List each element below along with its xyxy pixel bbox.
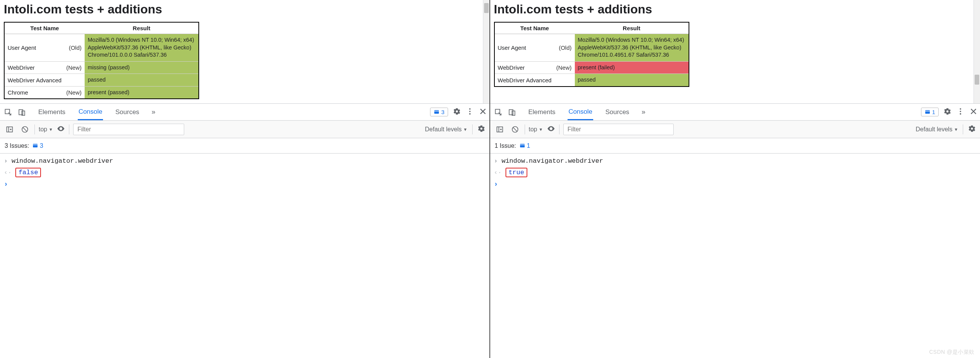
close-devtools-icon[interactable] [479,107,487,117]
tab-elements[interactable]: Elements [38,105,66,119]
svg-rect-10 [33,144,38,147]
input-prompt-icon: › [4,157,8,165]
chevron-down-icon: ▼ [539,127,543,132]
page-scrollbar[interactable] [973,0,980,103]
console-command: window.navigator.webdriver [11,157,113,165]
device-toolbar-icon[interactable] [506,106,518,118]
issues-link[interactable]: 1 [519,142,530,149]
table-row: Chrome(New) present (passed) [4,86,199,99]
console-output[interactable]: › window.navigator.webdriver ‹· false › [0,154,489,358]
clear-console-icon[interactable] [19,124,31,135]
input-prompt-icon: › [4,180,8,188]
page-scrollbar[interactable] [483,0,489,103]
console-filter-input[interactable] [563,124,674,135]
issues-label: 3 Issues: [5,142,29,149]
tab-sources[interactable]: Sources [115,105,140,119]
console-new-prompt[interactable]: › [0,179,489,190]
tab-console[interactable]: Console [78,104,103,120]
test-name: WebDriver [8,64,35,71]
test-result: present (failed) [575,61,689,74]
table-row: User Agent(Old) Mozilla/5.0 (Windows NT … [494,34,689,62]
issues-badge-button[interactable]: 3 [430,108,448,116]
close-devtools-icon[interactable] [969,107,978,117]
kebab-menu-icon[interactable] [956,107,965,117]
right-pane: Intoli.com tests + additions Test Name R… [490,0,980,358]
console-filter-input[interactable] [73,124,184,135]
scrollbar-thumb[interactable] [975,75,979,85]
page-title: Intoli.com tests + additions [494,2,977,16]
col-header-result: Result [575,22,689,34]
console-output-line: ‹· true [490,166,980,179]
page-title: Intoli.com tests + additions [4,2,486,16]
issues-bar[interactable]: 1 Issue: 1 [490,138,980,154]
log-levels-selector[interactable]: Default levels▼ [916,126,958,133]
input-prompt-icon: › [494,157,498,165]
divider [525,124,525,134]
kebab-menu-icon[interactable] [466,107,474,117]
test-result: Mozilla/5.0 (Windows NT 10.0; Win64; x64… [85,34,199,62]
table-row: User Agent(Old) Mozilla/5.0 (Windows NT … [4,34,199,62]
svg-point-17 [960,113,961,115]
tab-console[interactable]: Console [568,104,593,120]
execution-context-selector[interactable]: top▼ [529,126,543,133]
col-header-name: Test Name [4,22,85,34]
console-settings-gear-icon[interactable] [477,124,486,134]
test-tag: (Old) [559,44,571,51]
svg-point-16 [960,111,961,112]
console-sidebar-toggle-icon[interactable] [494,124,506,135]
console-output[interactable]: › window.navigator.webdriver ‹· true › [490,154,980,358]
svg-rect-12 [509,110,513,114]
chevron-down-icon: ▼ [954,127,958,132]
console-input-line: › window.navigator.webdriver [0,156,489,166]
page-content-left: Intoli.com tests + additions Test Name R… [0,0,489,103]
settings-gear-icon[interactable] [943,107,952,117]
test-result: Mozilla/5.0 (Windows NT 10.0; Win64; x64… [575,34,689,62]
tab-sources[interactable]: Sources [605,105,630,119]
issues-badge-count: 1 [932,109,935,115]
svg-rect-21 [520,144,525,147]
devtools-tabbar: Elements Console Sources » 1 [490,104,980,121]
inspect-element-icon[interactable] [2,106,14,118]
issues-badge-count: 3 [441,109,444,115]
console-new-prompt[interactable]: › [490,179,980,190]
issues-link[interactable]: 3 [32,142,43,149]
execution-context-selector[interactable]: top▼ [39,126,53,133]
left-pane: Intoli.com tests + additions Test Name R… [0,0,490,358]
tab-elements[interactable]: Elements [528,105,556,119]
page-content-right: Intoli.com tests + additions Test Name R… [490,0,980,103]
svg-point-6 [469,113,471,115]
divider [34,124,35,134]
console-sidebar-toggle-icon[interactable] [4,124,15,135]
more-tabs-icon[interactable]: » [152,108,155,116]
test-result: present (passed) [85,86,199,99]
device-toolbar-icon[interactable] [16,106,28,118]
more-tabs-icon[interactable]: » [641,108,645,116]
inspect-element-icon[interactable] [492,106,504,118]
svg-rect-1 [19,110,23,114]
live-expression-icon[interactable] [547,124,555,134]
svg-point-20 [550,128,552,129]
settings-gear-icon[interactable] [453,107,461,117]
issues-bar[interactable]: 3 Issues: 3 [0,138,489,154]
console-result: false [15,168,41,177]
test-results-table: Test Name Result User Agent(Old) Mozilla… [4,22,199,99]
console-result: true [506,168,527,177]
divider [559,124,560,134]
test-tag: (Old) [69,44,82,51]
svg-point-4 [469,108,471,110]
chevron-down-icon: ▼ [49,127,53,132]
watermark: CSDN @是小菜欸 [929,349,975,356]
table-row: WebDriver Advanced passed [494,74,689,87]
clear-console-icon[interactable] [509,124,521,135]
console-command: window.navigator.webdriver [502,157,603,165]
test-name: User Agent [8,44,36,51]
console-filterbar: top▼ Default levels▼ [0,121,489,138]
issues-badge-button[interactable]: 1 [921,108,939,116]
col-header-result: Result [85,22,199,34]
input-prompt-icon: › [494,180,498,188]
scrollbar-thumb[interactable] [484,3,489,13]
live-expression-icon[interactable] [57,124,65,134]
log-levels-selector[interactable]: Default levels▼ [425,126,468,133]
divider [472,124,473,134]
console-settings-gear-icon[interactable] [968,124,976,134]
